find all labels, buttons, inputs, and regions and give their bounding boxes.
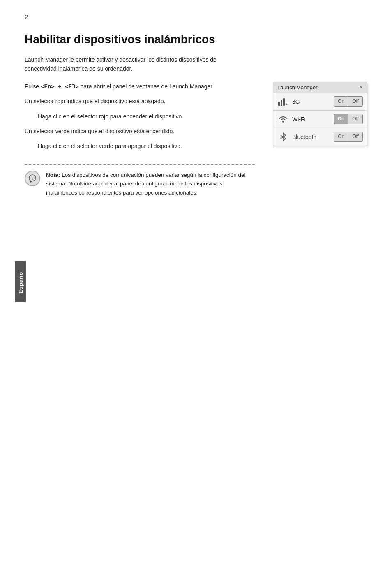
intro-paragraph: Launch Manager le permite activar y desa… <box>25 55 222 74</box>
page-title: Habilitar dispositivos inalámbricos <box>25 33 367 46</box>
toggle-bluetooth: On Off <box>334 132 363 142</box>
paragraph-green-indented: Haga clic en el selector verde para apag… <box>38 141 256 151</box>
note-text: Nota: Los dispositivos de comunicación p… <box>46 171 255 197</box>
wifi-on-button[interactable]: On <box>334 114 348 124</box>
launch-manager-close-button[interactable]: × <box>360 84 363 90</box>
device-name-3g: 3G <box>292 98 334 105</box>
device-row-bluetooth: Bluetooth On Off <box>273 128 367 146</box>
bluetooth-icon <box>277 131 289 143</box>
device-row-wifi: Wi-Fi On Off <box>273 111 367 128</box>
toggle-wifi: On Off <box>334 114 363 124</box>
wifi-off-button[interactable]: Off <box>348 114 363 124</box>
3g-off-button[interactable]: Off <box>348 96 363 107</box>
note-body: Los dispositivos de comunicación pueden … <box>46 172 246 196</box>
page-number: 2 <box>25 13 28 20</box>
paragraph-fn-key: Pulse <Fn> + <F3> para abrir el panel de… <box>25 82 256 91</box>
launch-manager-window: Launch Manager × 3G 3G <box>273 82 367 146</box>
sidebar-label: Español <box>15 261 26 302</box>
svg-rect-0 <box>278 102 280 106</box>
toggle-3g: On Off <box>334 96 363 107</box>
3g-icon: 3G <box>277 96 289 107</box>
device-name-bluetooth: Bluetooth <box>292 134 334 140</box>
paragraph-red-indented: Haga clic en el selector rojo para encen… <box>38 112 256 121</box>
launch-manager-titlebar: Launch Manager × <box>273 82 367 93</box>
note-section: ♪ Nota: Los dispositivos de comunicación… <box>25 164 255 197</box>
note-prefix: Nota: <box>46 172 60 178</box>
svg-rect-2 <box>283 98 285 106</box>
device-name-wifi: Wi-Fi <box>292 116 334 123</box>
device-row-3g: 3G 3G On Off <box>273 93 367 111</box>
launch-manager-title: Launch Manager <box>277 84 318 90</box>
paragraph-red-selector: Un selector rojo indica que el dispositi… <box>25 97 256 106</box>
wifi-icon <box>277 114 289 125</box>
bluetooth-off-button[interactable]: Off <box>348 132 363 142</box>
3g-on-button[interactable]: On <box>334 96 348 107</box>
svg-rect-1 <box>281 100 282 106</box>
note-icon: ♪ <box>25 171 40 186</box>
paragraph-green-selector: Un selector verde indica que el disposit… <box>25 127 256 136</box>
svg-text:3G: 3G <box>286 102 288 106</box>
svg-text:♪: ♪ <box>32 176 34 180</box>
bluetooth-on-button[interactable]: On <box>334 132 348 142</box>
svg-point-4 <box>282 121 284 123</box>
